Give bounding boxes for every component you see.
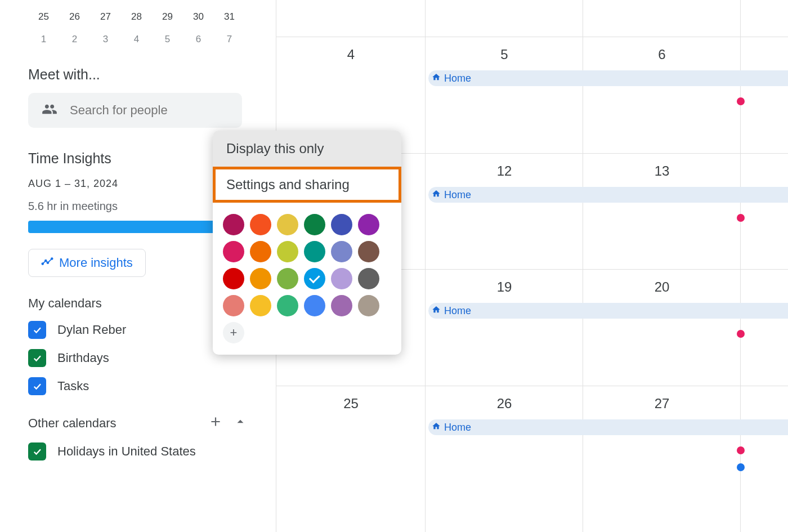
- home-chip[interactable]: Home: [428, 419, 788, 435]
- mini-cal-day[interactable]: 1: [28, 28, 59, 51]
- home-label: Home: [444, 305, 471, 317]
- day-number[interactable]: 26: [426, 386, 583, 412]
- mini-cal-day[interactable]: 31: [214, 6, 245, 28]
- color-swatch[interactable]: [331, 214, 352, 235]
- home-label: Home: [444, 73, 471, 84]
- calendar-checkbox[interactable]: [28, 349, 46, 367]
- search-people-box[interactable]: [28, 93, 242, 128]
- event-dot[interactable]: [737, 330, 745, 338]
- color-swatch[interactable]: [331, 268, 352, 289]
- color-swatch[interactable]: [304, 268, 325, 289]
- day-number[interactable]: 27: [583, 386, 741, 412]
- calendar-label: Birthdays: [57, 351, 109, 365]
- svg-point-2: [47, 262, 49, 263]
- calendar-options-popup: Display this only Settings and sharing +: [213, 131, 401, 355]
- day-number[interactable]: 20: [583, 269, 741, 295]
- calendar-label: Dylan Reber: [57, 323, 126, 337]
- color-swatch[interactable]: [358, 241, 379, 262]
- color-swatch[interactable]: [250, 268, 271, 289]
- color-swatch[interactable]: [250, 295, 271, 316]
- add-color-button[interactable]: +: [223, 322, 244, 343]
- color-swatch[interactable]: [223, 214, 244, 235]
- color-swatch[interactable]: [277, 295, 298, 316]
- day-number[interactable]: 5: [426, 37, 583, 62]
- color-swatch[interactable]: [304, 214, 325, 235]
- day-number[interactable]: 13: [583, 153, 741, 179]
- color-swatch[interactable]: [277, 268, 298, 289]
- day-number[interactable]: 12: [426, 153, 583, 179]
- color-swatch[interactable]: [277, 241, 298, 262]
- color-swatch[interactable]: [358, 268, 379, 289]
- home-chip[interactable]: Home: [428, 70, 788, 86]
- color-swatch[interactable]: [358, 295, 379, 316]
- mini-cal-day[interactable]: 25: [28, 6, 59, 28]
- day-number[interactable]: 6: [583, 37, 741, 62]
- people-icon: [42, 101, 57, 119]
- color-swatch[interactable]: [304, 295, 325, 316]
- search-people-input[interactable]: [69, 102, 229, 118]
- mini-cal-day[interactable]: 3: [90, 28, 121, 51]
- event-dot[interactable]: [737, 214, 745, 222]
- svg-point-1: [45, 260, 47, 262]
- other-calendars-label: Other calendars: [28, 416, 117, 431]
- color-swatch[interactable]: [223, 268, 244, 289]
- calendar-label: Tasks: [57, 379, 89, 394]
- calendar-checkbox[interactable]: [28, 442, 46, 461]
- mini-cal-day[interactable]: 6: [183, 28, 214, 51]
- mini-cal-day[interactable]: 2: [59, 28, 90, 51]
- my-calendars-label: My calendars: [28, 296, 102, 311]
- home-chip[interactable]: Home: [428, 303, 788, 319]
- insights-icon: [41, 255, 53, 271]
- calendar-checkbox[interactable]: [28, 321, 46, 339]
- more-insights-label: More insights: [59, 256, 133, 270]
- color-swatch[interactable]: [250, 214, 271, 235]
- calendar-label: Holidays in United States: [57, 444, 196, 459]
- mini-cal-day[interactable]: 5: [152, 28, 183, 51]
- home-chip[interactable]: Home: [428, 187, 788, 203]
- home-icon: [432, 189, 441, 201]
- color-swatch[interactable]: [223, 295, 244, 316]
- home-label: Home: [444, 189, 471, 201]
- home-label: Home: [444, 422, 471, 433]
- home-icon: [432, 422, 441, 433]
- color-swatch[interactable]: [277, 214, 298, 235]
- home-icon: [432, 305, 441, 317]
- color-swatch[interactable]: [223, 241, 244, 262]
- mini-cal-day[interactable]: 28: [121, 6, 152, 28]
- mini-cal-day[interactable]: 29: [152, 6, 183, 28]
- event-dot[interactable]: [737, 463, 745, 471]
- calendar-item[interactable]: Tasks: [28, 377, 248, 395]
- svg-point-3: [51, 258, 53, 260]
- day-number[interactable]: 25: [276, 386, 426, 412]
- color-swatch[interactable]: [331, 241, 352, 262]
- more-insights-button[interactable]: More insights: [28, 249, 146, 277]
- color-picker: +: [213, 203, 401, 355]
- mini-cal-row: 25 26 27 28 29 30 31: [28, 6, 248, 28]
- display-only-option[interactable]: Display this only: [213, 131, 401, 167]
- event-dot[interactable]: [737, 97, 745, 105]
- mini-cal-day[interactable]: 4: [121, 28, 152, 51]
- mini-cal-day[interactable]: 7: [214, 28, 245, 51]
- meet-with-title: Meet with...: [28, 66, 248, 83]
- other-calendars-title[interactable]: Other calendars: [28, 414, 248, 432]
- calendar-item[interactable]: Holidays in United States: [28, 442, 248, 461]
- color-swatch[interactable]: [250, 241, 271, 262]
- home-icon: [432, 73, 441, 84]
- color-swatch[interactable]: [304, 241, 325, 262]
- mini-cal-day[interactable]: 27: [90, 6, 121, 28]
- color-swatch[interactable]: [358, 214, 379, 235]
- color-swatch[interactable]: [331, 295, 352, 316]
- mini-calendar: 25 26 27 28 29 30 31 1 2 3 4 5 6 7: [28, 6, 248, 51]
- svg-point-0: [42, 263, 43, 265]
- mini-cal-day[interactable]: 26: [59, 6, 90, 28]
- time-insights-bar: [28, 221, 225, 233]
- mini-cal-day[interactable]: 30: [183, 6, 214, 28]
- mini-cal-row: 1 2 3 4 5 6 7: [28, 28, 248, 51]
- settings-sharing-option[interactable]: Settings and sharing: [213, 167, 401, 203]
- day-number[interactable]: 19: [426, 269, 583, 295]
- calendar-checkbox[interactable]: [28, 377, 46, 395]
- event-dot[interactable]: [737, 446, 745, 454]
- collapse-icon[interactable]: [233, 414, 248, 432]
- add-calendar-button[interactable]: [208, 414, 223, 432]
- day-number[interactable]: 4: [276, 37, 426, 62]
